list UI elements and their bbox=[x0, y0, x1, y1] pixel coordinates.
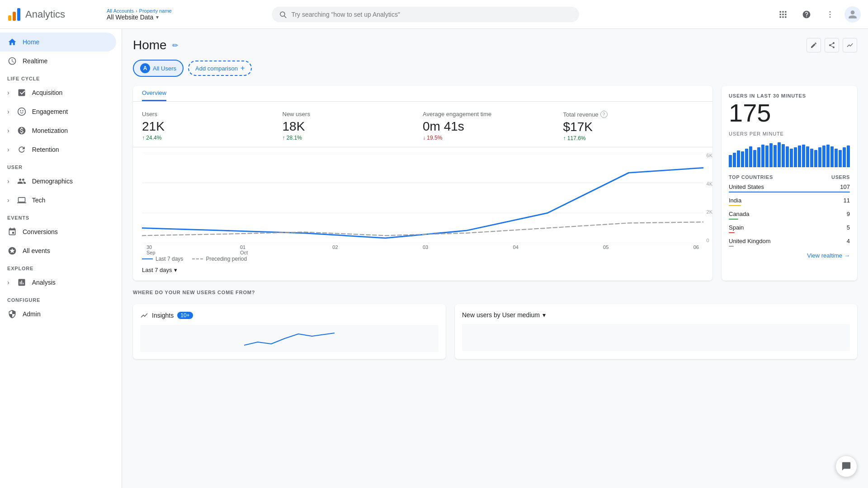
help-button[interactable] bbox=[797, 5, 816, 23]
engagement-change: ↓ 19.5% bbox=[423, 135, 556, 141]
sidebar-item-demographics[interactable]: › Demographics bbox=[0, 172, 116, 191]
sidebar-item-engagement[interactable]: › Engagement bbox=[0, 102, 116, 121]
date-range-button[interactable]: Last 7 days ▾ bbox=[142, 267, 177, 273]
where-users-section: WHERE DO YOUR NEW USERS COME FROM? bbox=[133, 290, 857, 295]
home-icon bbox=[7, 37, 17, 47]
chip-avatar: A bbox=[140, 63, 150, 73]
chat-fab-button[interactable] bbox=[835, 455, 857, 477]
search-input[interactable] bbox=[291, 11, 572, 18]
users-medium-dropdown[interactable]: New users by User medium ▾ bbox=[462, 311, 850, 319]
expand-icon: › bbox=[7, 146, 9, 153]
revenue-metric[interactable]: Total revenue ? $17K ↑ 117.6% bbox=[563, 111, 704, 141]
chart-card: Overview Users 21K ↑ 24.4% New users bbox=[133, 86, 712, 281]
all-users-chip[interactable]: A All Users bbox=[133, 60, 184, 77]
search-icon bbox=[279, 10, 287, 19]
sidebar-item-analysis[interactable]: › Analysis bbox=[0, 273, 116, 292]
svg-point-15 bbox=[830, 14, 831, 15]
breadcrumb-property[interactable]: Property name bbox=[139, 8, 172, 14]
bar-item bbox=[847, 145, 850, 167]
users-change: ↑ 24.4% bbox=[142, 135, 275, 141]
page-header: Home ✏ bbox=[133, 38, 857, 52]
bar-item bbox=[769, 143, 773, 167]
insights-count-badge: 10+ bbox=[177, 312, 193, 319]
monetization-icon bbox=[17, 126, 27, 136]
header-actions bbox=[807, 38, 857, 52]
country-name: Canada bbox=[729, 211, 750, 217]
chart-button[interactable] bbox=[843, 38, 857, 52]
breadcrumb-area: All Accounts › Property name All Website… bbox=[107, 8, 172, 21]
sidebar-item-home[interactable]: Home bbox=[0, 33, 116, 52]
country-india[interactable]: India 11 bbox=[729, 197, 850, 206]
svg-point-17 bbox=[18, 108, 25, 116]
add-comparison-button[interactable]: Add comparison + bbox=[188, 61, 252, 76]
property-name: All Website Data bbox=[107, 14, 153, 21]
admin-icon bbox=[7, 309, 17, 319]
revenue-info-icon[interactable]: ? bbox=[600, 111, 608, 118]
sidebar-item-conversions[interactable]: Conversions bbox=[0, 222, 116, 241]
last7-label: Last 7 days bbox=[156, 256, 183, 262]
sidebar-item-all-events[interactable]: All events bbox=[0, 241, 116, 260]
sidebar-allevents-label: All events bbox=[23, 247, 50, 254]
sidebar-conversions-label: Conversions bbox=[23, 228, 58, 235]
customize-button[interactable] bbox=[807, 38, 821, 52]
page-title-edit-icon[interactable]: ✏ bbox=[172, 41, 178, 50]
user-avatar[interactable] bbox=[844, 6, 861, 23]
sidebar-item-retention[interactable]: › Retention bbox=[0, 140, 116, 159]
more-options-button[interactable] bbox=[821, 5, 839, 23]
revenue-label: Total revenue ? bbox=[563, 111, 697, 118]
explore-section-label: EXPLORE bbox=[0, 260, 122, 273]
bar-item bbox=[782, 144, 785, 167]
page-title: Home bbox=[133, 38, 167, 52]
sidebar-item-acquisition[interactable]: › Acquisition bbox=[0, 83, 116, 102]
new-users-metric[interactable]: New users 18K ↑ 28.1% bbox=[283, 111, 423, 141]
segment-bar: A All Users Add comparison + bbox=[133, 60, 857, 77]
svg-rect-10 bbox=[785, 14, 786, 15]
bar-item bbox=[835, 149, 838, 167]
insights-header: Insights 10+ bbox=[140, 311, 439, 319]
country-bar bbox=[729, 219, 738, 220]
all-users-label: All Users bbox=[153, 65, 176, 72]
preceding-line bbox=[192, 258, 203, 259]
view-realtime-link[interactable]: View realtime → bbox=[729, 252, 850, 259]
svg-rect-11 bbox=[779, 16, 781, 18]
sidebar-item-tech[interactable]: › Tech bbox=[0, 191, 116, 210]
breadcrumb-accounts[interactable]: All Accounts bbox=[107, 8, 134, 14]
share-button[interactable] bbox=[825, 38, 839, 52]
arrow-right-icon: → bbox=[844, 252, 850, 259]
users-metric[interactable]: Users 21K ↑ 24.4% bbox=[142, 111, 283, 141]
svg-rect-13 bbox=[785, 16, 786, 18]
country-spain[interactable]: Spain 5 bbox=[729, 224, 850, 233]
realtime-number: 175 bbox=[729, 100, 850, 126]
realtime-title: USERS IN LAST 30 MINUTES bbox=[729, 93, 850, 99]
property-selector[interactable]: All Website Data ▾ bbox=[107, 14, 172, 21]
line-chart-svg bbox=[142, 153, 703, 243]
bottom-cards-row: Insights 10+ New users by User medium ▾ bbox=[133, 304, 857, 359]
sidebar-item-realtime[interactable]: Realtime bbox=[0, 52, 116, 70]
apps-button[interactable] bbox=[774, 5, 792, 23]
sidebar-demographics-label: Demographics bbox=[32, 178, 73, 185]
metrics-row: Users 21K ↑ 24.4% New users 18K ↑ 28.1% bbox=[133, 102, 712, 147]
country-uk[interactable]: United Kingdom 4 bbox=[729, 238, 850, 247]
bar-item bbox=[806, 146, 809, 167]
legend-preceding: Preceding period bbox=[192, 256, 247, 262]
engagement-metric[interactable]: Average engagement time 0m 41s ↓ 19.5% bbox=[423, 111, 563, 141]
configure-section-label: CONFIGURE bbox=[0, 292, 122, 305]
svg-rect-2 bbox=[17, 8, 20, 21]
chart-area: 6K 4K 2K 0 bbox=[133, 153, 712, 252]
country-bar bbox=[729, 205, 741, 206]
bar-item bbox=[794, 147, 797, 167]
search-bar bbox=[272, 7, 579, 22]
sidebar-item-monetization[interactable]: › Monetization bbox=[0, 121, 116, 140]
country-count: 4 bbox=[847, 238, 850, 244]
users-per-minute-chart bbox=[729, 140, 850, 167]
country-count: 5 bbox=[847, 224, 850, 231]
legend-last7: Last 7 days bbox=[142, 256, 183, 262]
country-us[interactable]: United States 107 bbox=[729, 183, 850, 192]
revenue-value: $17K bbox=[563, 120, 697, 134]
bar-item bbox=[814, 150, 817, 168]
country-name: United States bbox=[729, 183, 764, 190]
sidebar-item-admin[interactable]: Admin bbox=[0, 305, 116, 324]
users-col-label: USERS bbox=[831, 174, 850, 180]
country-canada[interactable]: Canada 9 bbox=[729, 211, 850, 220]
country-bar bbox=[729, 232, 735, 233]
